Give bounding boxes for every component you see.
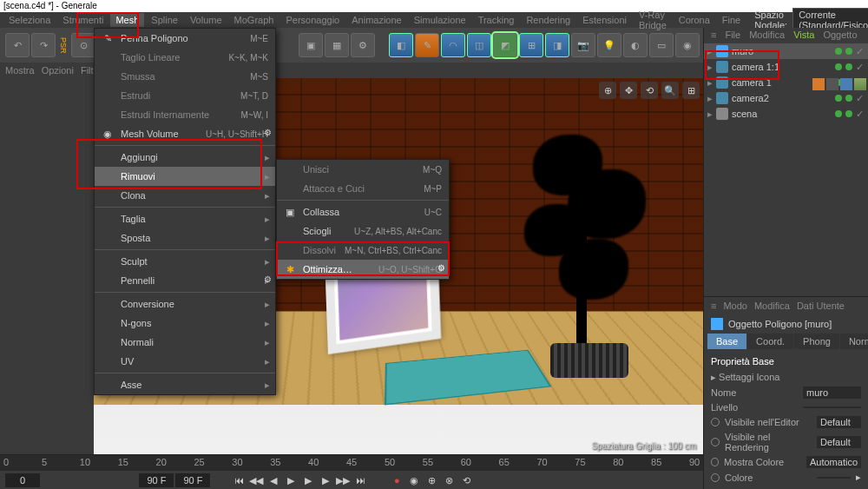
rimuovi-item-collassa[interactable]: ▣CollassaU~C (277, 202, 449, 221)
camera-button[interactable]: 📷 (571, 33, 595, 57)
key-scale-button[interactable]: ⊗ (441, 472, 457, 488)
tab-normale[interactable]: Normale (840, 334, 868, 349)
tab-phong[interactable]: Phong (794, 334, 839, 349)
key-pos-button[interactable]: ⊕ (424, 472, 439, 488)
attr-row[interactable]: Visibile nel RenderingDefault (711, 430, 861, 454)
psr-indicator[interactable]: PSR (57, 36, 69, 56)
vp-opzioni[interactable]: Opzioni (42, 65, 74, 76)
object-row-camera2[interactable]: ▸camera2✓ (704, 90, 868, 106)
menu-fine[interactable]: Fine (717, 13, 746, 27)
tag-icon-2[interactable] (826, 78, 838, 90)
rimuovi-item-dissolvi[interactable]: DissolviM~N, Ctrl+BS, Ctrl+Canc (277, 241, 449, 260)
prev-frame-button[interactable]: ◀ (266, 472, 281, 488)
rimuovi-item-unisci[interactable]: UnisciM~Q (277, 160, 449, 179)
rp-modifica[interactable]: Modifica (749, 30, 785, 40)
attr-row[interactable]: Livello (711, 400, 861, 414)
mesh-item-uv[interactable]: UV▸ (95, 352, 275, 371)
mesh-item-conversione[interactable]: Conversione▸ (95, 294, 275, 314)
tab-base[interactable]: Base (707, 334, 746, 349)
timeline-ruler[interactable]: 051015202530354045505560657075808590 (0, 455, 703, 471)
mesh-item-clona[interactable]: Clona▸ (95, 186, 275, 205)
live-select-button[interactable]: ⊙ (71, 33, 95, 57)
render-button[interactable]: ▣ (299, 33, 323, 57)
rp-oggetto[interactable]: Oggetto (823, 30, 857, 40)
menu-simulazione[interactable]: Simulazione (409, 13, 471, 27)
render-pv-button[interactable]: ▦ (325, 33, 349, 57)
tag-icon-3[interactable] (840, 78, 852, 90)
redo-button[interactable]: ↷ (31, 33, 56, 57)
object-tag-icons[interactable] (812, 78, 866, 90)
menu-spline[interactable]: Spline (146, 13, 183, 27)
attr-dati-utente[interactable]: Dati Utente (797, 301, 845, 311)
menu-seleziona[interactable]: Seleziona (3, 13, 56, 27)
rimuovi-item-sciogli[interactable]: SciogliU~Z, Alt+BS, Alt+Canc (277, 221, 449, 241)
scene-button[interactable]: ◨ (545, 33, 569, 57)
menu-tracking[interactable]: Tracking (473, 13, 520, 27)
vp-nav-4-icon[interactable]: 🔍 (661, 82, 679, 99)
object-row-scena[interactable]: ▸scena✓ (704, 106, 868, 122)
mesh-item-sculpt[interactable]: Sculpt▸ (95, 252, 275, 271)
material-button[interactable]: ◉ (675, 33, 700, 57)
frame-end-field[interactable]: 90 F (175, 473, 210, 487)
play-back-button[interactable]: ▶ (283, 472, 299, 488)
mesh-item-mesh-volume[interactable]: ◉Mesh VolumeU~H, U~Shift+H⚙ (95, 124, 275, 143)
next-frame-button[interactable]: ▶ (318, 472, 333, 488)
tag-icon-1[interactable] (812, 78, 825, 90)
mesh-item-penna-poligono[interactable]: ✎Penna PoligonoM~E (95, 29, 275, 48)
frame-start-field[interactable]: 0 (5, 473, 40, 487)
mesh-item-estrudi[interactable]: EstrudiM~T, D (95, 86, 275, 105)
spline-button[interactable]: ◠ (441, 33, 465, 57)
cube-button[interactable]: ◧ (389, 33, 413, 57)
menu-mograph[interactable]: MoGraph (229, 13, 279, 27)
menu-volume[interactable]: Volume (185, 13, 227, 27)
rimuovi-item-attacca-e-cuci[interactable]: Attacca e CuciM~P (277, 179, 449, 198)
generator-button[interactable]: ◫ (467, 33, 491, 57)
goto-end-button[interactable]: ⏭ (352, 472, 368, 488)
menu-strumenti[interactable]: Strumenti (57, 13, 108, 27)
menu-rendering[interactable]: Rendering (521, 13, 575, 27)
mesh-item-smussa[interactable]: SmussaM~S (95, 67, 275, 86)
mesh-item-rimuovi[interactable]: Rimuovi▸ (95, 167, 275, 186)
menu-mesh[interactable]: Mesh (110, 13, 144, 27)
attr-row[interactable]: Nomemuro (711, 385, 861, 400)
vp-nav-3-icon[interactable]: ⟲ (641, 82, 658, 99)
mesh-item-normali[interactable]: Normali▸ (95, 333, 275, 352)
object-row-camera-1:1[interactable]: ▸camera 1:1✓ (704, 59, 868, 75)
attr-row[interactable]: Visibile nell'EditorDefault (711, 414, 861, 430)
mesh-item-aggiungi[interactable]: Aggiungi▸ (95, 148, 275, 167)
left-tool-palette[interactable] (0, 78, 94, 454)
mesh-item-pennelli[interactable]: Pennelli▸⚙ (95, 271, 275, 290)
goto-start-button[interactable]: ⏮ (231, 472, 247, 488)
pen-button[interactable]: ✎ (415, 33, 439, 57)
object-row-muro[interactable]: ▸muro✓ (704, 43, 868, 59)
hamburger-icon[interactable]: ≡ (711, 30, 716, 40)
rp-file[interactable]: File (725, 30, 740, 40)
menu-estensioni[interactable]: Estensioni (577, 13, 632, 27)
mesh-item-sposta[interactable]: Sposta▸ (95, 228, 275, 248)
menu-animazione[interactable]: Animazione (346, 13, 406, 27)
key-rot-button[interactable]: ⟲ (458, 472, 474, 488)
record-button[interactable]: ● (389, 472, 404, 488)
tag-icon-4[interactable] (854, 78, 866, 90)
vp-nav-1-icon[interactable]: ⊕ (599, 82, 616, 99)
field-button[interactable]: ⊞ (519, 33, 543, 57)
attr-modifica[interactable]: Modifica (754, 301, 790, 311)
vp-mostra[interactable]: Mostra (5, 65, 35, 76)
frame-current-field[interactable]: 90 F (139, 473, 174, 487)
undo-button[interactable]: ↶ (5, 33, 30, 57)
attr-row[interactable]: Colore▸ (711, 470, 861, 485)
menu-vray[interactable]: V-Ray Bridge (634, 8, 672, 32)
attr-row[interactable]: Mostra ColoreAutomatico (711, 454, 861, 470)
menu-corona[interactable]: Corona (674, 13, 715, 27)
render-settings-button[interactable]: ⚙ (351, 33, 375, 57)
floor-button[interactable]: ▭ (649, 33, 674, 57)
next-key-button[interactable]: ▶▶ (335, 472, 351, 488)
hamburger-icon[interactable]: ≡ (711, 301, 716, 311)
mesh-item-asse[interactable]: Asse▸ (95, 375, 275, 394)
tag-button[interactable]: ◐ (623, 33, 648, 57)
light-button[interactable]: 💡 (597, 33, 621, 57)
rimuovi-item-ottimizza-[interactable]: ✱Ottimizza…U~O, U~Shift+O⚙ (277, 260, 449, 279)
prev-key-button[interactable]: ◀◀ (248, 472, 264, 488)
mesh-item-n-gons[interactable]: N-gons▸ (95, 314, 275, 333)
rp-vista[interactable]: Vista (793, 30, 814, 40)
